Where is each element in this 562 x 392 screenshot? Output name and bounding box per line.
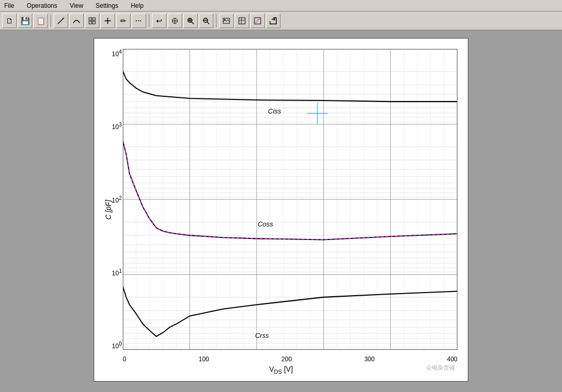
svg-point-27: [259, 19, 260, 20]
svg-rect-20: [239, 18, 245, 24]
y-axis-ticks: 104 103 102 101 100: [104, 49, 122, 350]
watermark: 众电杂货铺: [426, 364, 455, 372]
menu-operations[interactable]: Operations: [24, 1, 59, 10]
x-axis-label: VDS [V]: [269, 365, 293, 375]
svg-rect-3: [89, 21, 92, 24]
x-tick-300: 300: [364, 356, 375, 363]
svg-text:Coss: Coss: [258, 220, 273, 227]
svg-rect-2: [93, 18, 95, 20]
menu-settings[interactable]: Settings: [94, 1, 120, 10]
chart-plot-area[interactable]: Ciss Coss: [123, 49, 457, 350]
export-button[interactable]: [266, 14, 280, 28]
svg-point-26: [258, 19, 259, 20]
toolbar: 🗋 💾 📋 ✏ ↩: [0, 11, 562, 30]
grid-button[interactable]: [85, 14, 99, 28]
y-tick-2: 102: [104, 195, 122, 204]
separator-1: [50, 15, 51, 27]
svg-text:Ciss: Ciss: [268, 107, 282, 115]
menubar: File Operations View Settings Help: [0, 0, 562, 11]
x-tick-400: 400: [447, 356, 457, 363]
zoom-out-button[interactable]: [199, 14, 213, 28]
pencil-button[interactable]: ✏: [116, 14, 131, 28]
save-button[interactable]: 💾: [18, 14, 32, 28]
svg-rect-1: [89, 18, 92, 20]
crosshair-button[interactable]: [100, 14, 115, 28]
x-tick-0: 0: [123, 356, 126, 363]
line-button[interactable]: [54, 14, 68, 28]
svg-rect-4: [93, 21, 95, 24]
svg-text:Crss: Crss: [255, 332, 269, 339]
y-tick-0: 100: [104, 341, 122, 350]
undo-button[interactable]: ↩: [152, 14, 167, 28]
grid2-button[interactable]: [235, 14, 249, 28]
curve-button[interactable]: [69, 14, 84, 28]
main-area: C [pF] 104 103 102 101 100: [0, 30, 562, 392]
dotline-button[interactable]: [132, 14, 146, 28]
svg-line-12: [191, 22, 194, 24]
new-button[interactable]: 🗋: [2, 14, 17, 28]
svg-line-16: [207, 22, 209, 24]
chart-container: C [pF] 104 103 102 101 100: [94, 38, 468, 382]
menu-help[interactable]: Help: [129, 1, 146, 10]
x-tick-200: 200: [282, 356, 292, 363]
image-button[interactable]: [219, 14, 234, 28]
copy-button[interactable]: 📋: [33, 14, 48, 28]
svg-point-19: [224, 19, 226, 20]
separator-2: [149, 15, 149, 27]
y-tick-1: 101: [104, 268, 122, 277]
target-button[interactable]: [168, 14, 182, 28]
x-axis-ticks: 0 100 200 300 400: [123, 356, 457, 363]
y-tick-4: 104: [104, 49, 122, 58]
separator-3: [216, 15, 216, 27]
svg-line-0: [58, 18, 64, 24]
menu-view[interactable]: View: [68, 1, 85, 10]
x-tick-100: 100: [199, 356, 209, 363]
scatter-button[interactable]: [250, 14, 265, 28]
y-tick-3: 103: [104, 122, 122, 131]
zoom-in-button[interactable]: [183, 14, 198, 28]
svg-point-25: [257, 20, 258, 21]
menu-file[interactable]: File: [2, 1, 16, 10]
svg-point-24: [256, 22, 257, 23]
